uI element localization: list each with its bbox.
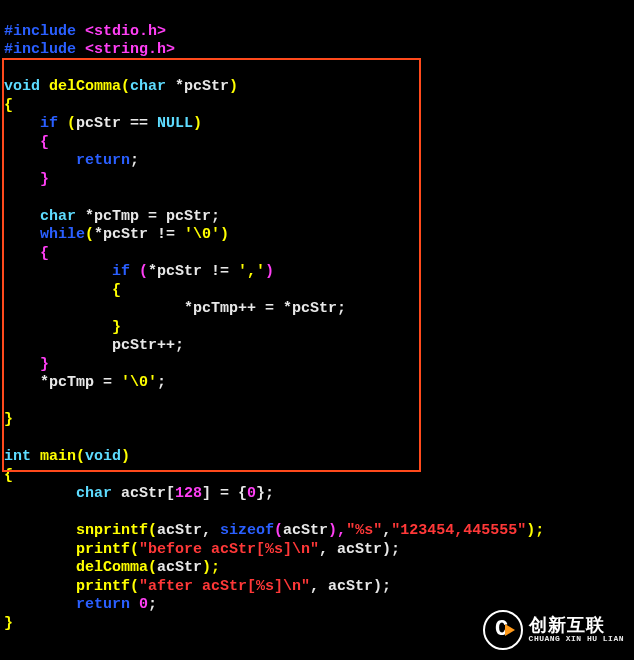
watermark-text: 创新互联 CHUANG XIN HU LIAN bbox=[529, 617, 624, 643]
code-token: acStr bbox=[157, 559, 202, 576]
watermark: C 创新互联 CHUANG XIN HU LIAN bbox=[483, 610, 624, 650]
code-token: acStr[ bbox=[121, 485, 175, 502]
code-token: acStr bbox=[283, 522, 328, 539]
code-token: "123454,445555" bbox=[391, 522, 526, 539]
code-token: snprintf bbox=[4, 522, 148, 539]
code-token: ); bbox=[202, 559, 220, 576]
code-token: <string.h> bbox=[85, 41, 175, 58]
code-token: printf bbox=[4, 541, 130, 558]
code-token: printf bbox=[4, 578, 130, 595]
code-token: , acStr); bbox=[319, 541, 400, 558]
code-token: ] = { bbox=[202, 485, 247, 502]
code-token: acStr, bbox=[157, 522, 220, 539]
code-token: ( bbox=[148, 522, 157, 539]
code-token: #include bbox=[4, 41, 85, 58]
code-token: #include bbox=[4, 23, 85, 40]
code-token: }; bbox=[256, 485, 274, 502]
code-token: "%s" bbox=[346, 522, 382, 539]
code-token: } bbox=[4, 615, 13, 632]
code-token: sizeof bbox=[220, 522, 274, 539]
watermark-sub: CHUANG XIN HU LIAN bbox=[529, 635, 624, 643]
code-token: ( bbox=[130, 541, 139, 558]
code-token: 0 bbox=[247, 485, 256, 502]
code-token: "after acStr[%s]\n" bbox=[139, 578, 310, 595]
code-token: , acStr); bbox=[310, 578, 391, 595]
code-token: , bbox=[382, 522, 391, 539]
code-token: ( bbox=[148, 559, 157, 576]
code-token: ( bbox=[274, 522, 283, 539]
code-token: <stdio.h> bbox=[85, 23, 166, 40]
code-token: 128 bbox=[175, 485, 202, 502]
code-token: delComma bbox=[4, 559, 148, 576]
logo-icon: C bbox=[483, 610, 523, 650]
code-token: ); bbox=[526, 522, 544, 539]
code-token: ( bbox=[130, 578, 139, 595]
code-token: return bbox=[4, 596, 139, 613]
code-token: ; bbox=[148, 596, 157, 613]
code-token: ), bbox=[328, 522, 346, 539]
highlight-box bbox=[2, 58, 421, 472]
code-token: "before acStr[%s]\n" bbox=[139, 541, 319, 558]
code-token: 0 bbox=[139, 596, 148, 613]
logo-triangle-icon bbox=[505, 624, 515, 636]
watermark-brand: 创新互联 bbox=[529, 617, 624, 635]
code-token: char bbox=[4, 485, 121, 502]
